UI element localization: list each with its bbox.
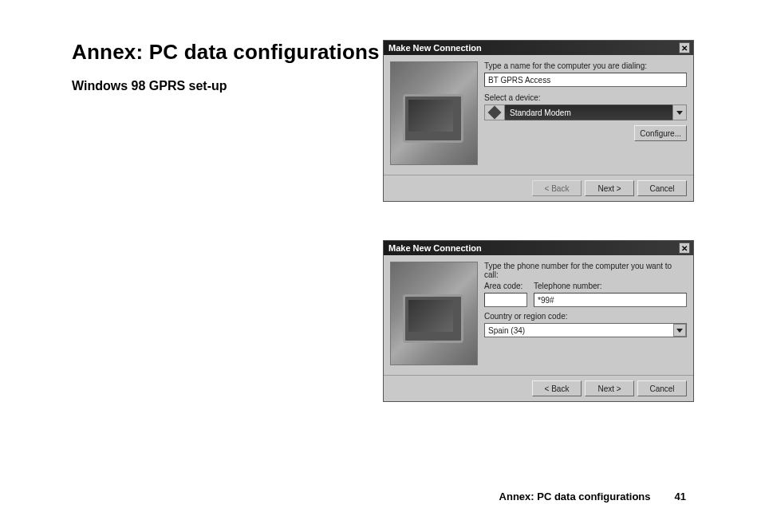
country-select[interactable]: Spain (34) [484, 323, 687, 337]
phone-number-label: Telephone number: [534, 282, 687, 290]
close-icon[interactable]: ✕ [679, 242, 690, 254]
device-select-value: Standard Modem [505, 104, 672, 120]
dialog-body: Type the phone number for the computer y… [384, 255, 693, 375]
chevron-down-icon[interactable] [672, 104, 687, 120]
dialog-column: Make New Connection ✕ Type a name for th… [383, 40, 694, 440]
make-new-connection-dialog-2: Make New Connection ✕ Type the phone num… [383, 240, 694, 402]
cancel-button[interactable]: Cancel [637, 380, 687, 396]
modem-icon [484, 104, 505, 120]
name-prompt-label: Type a name for the computer you are dia… [484, 61, 687, 70]
dialog-title: Make New Connection [388, 43, 482, 53]
device-select[interactable]: Standard Modem [484, 104, 687, 120]
cancel-button[interactable]: Cancel [637, 180, 687, 196]
next-button[interactable]: Next > [585, 180, 634, 196]
back-button[interactable]: < Back [532, 380, 582, 396]
dialog-footer: < Back Next > Cancel [384, 375, 693, 401]
dialog-body: Type a name for the computer you are dia… [384, 55, 693, 175]
configure-button[interactable]: Configure... [634, 125, 687, 141]
footer-title: Annex: PC data configurations [499, 491, 651, 502]
form-area: Type the phone number for the computer y… [484, 262, 687, 368]
make-new-connection-dialog-1: Make New Connection ✕ Type a name for th… [383, 40, 694, 202]
computer-icon [390, 262, 478, 365]
chevron-down-icon[interactable] [673, 324, 686, 337]
area-code-label: Area code: [484, 282, 527, 290]
page-content: Annex: PC data configurations Windows 98… [72, 40, 702, 502]
computer-icon [390, 61, 478, 165]
titlebar: Make New Connection ✕ [384, 241, 693, 255]
device-label: Select a device: [484, 93, 687, 102]
phone-prompt-label: Type the phone number for the computer y… [484, 262, 687, 279]
country-select-value: Spain (34) [485, 324, 673, 337]
back-button: < Back [532, 180, 582, 196]
area-code-input[interactable] [484, 293, 527, 307]
page-number: 41 [675, 491, 686, 502]
country-label: Country or region code: [484, 312, 687, 321]
page-footer: Annex: PC data configurations 41 [499, 491, 686, 502]
phone-number-input[interactable]: *99# [534, 293, 687, 307]
connection-name-input[interactable]: BT GPRS Access [484, 73, 687, 87]
close-icon[interactable]: ✕ [679, 42, 690, 53]
form-area: Type a name for the computer you are dia… [484, 61, 687, 168]
next-button[interactable]: Next > [585, 380, 634, 396]
dialog-title: Make New Connection [388, 243, 482, 253]
titlebar: Make New Connection ✕ [384, 41, 693, 55]
dialog-footer: < Back Next > Cancel [384, 175, 693, 201]
